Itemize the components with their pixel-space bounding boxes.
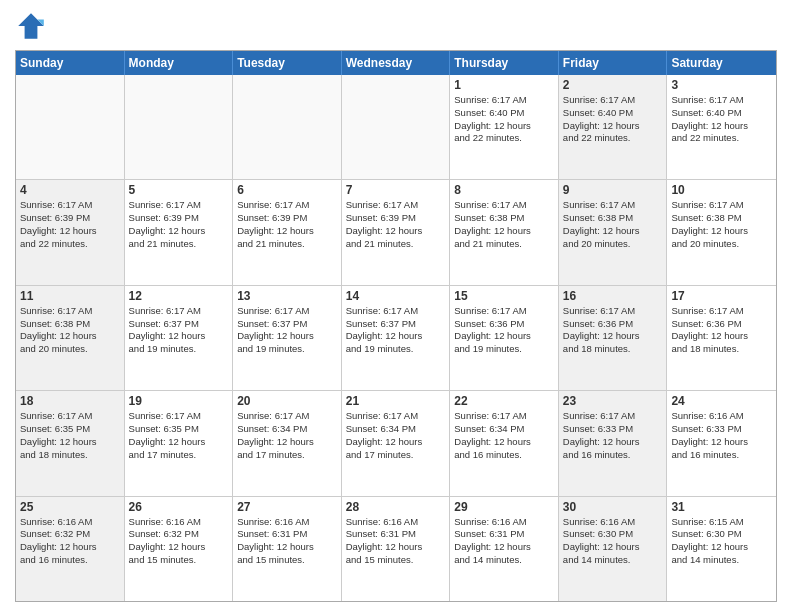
day-info: Sunrise: 6:17 AM Sunset: 6:39 PM Dayligh… [129,199,229,250]
header-cell-monday: Monday [125,51,234,75]
cal-cell: 3Sunrise: 6:17 AM Sunset: 6:40 PM Daylig… [667,75,776,179]
calendar-body: 1Sunrise: 6:17 AM Sunset: 6:40 PM Daylig… [16,75,776,601]
cal-cell: 8Sunrise: 6:17 AM Sunset: 6:38 PM Daylig… [450,180,559,284]
day-info: Sunrise: 6:16 AM Sunset: 6:31 PM Dayligh… [237,516,337,567]
day-info: Sunrise: 6:17 AM Sunset: 6:38 PM Dayligh… [20,305,120,356]
day-info: Sunrise: 6:17 AM Sunset: 6:40 PM Dayligh… [454,94,554,145]
cal-cell: 5Sunrise: 6:17 AM Sunset: 6:39 PM Daylig… [125,180,234,284]
week-row-4: 18Sunrise: 6:17 AM Sunset: 6:35 PM Dayli… [16,391,776,496]
cal-cell: 23Sunrise: 6:17 AM Sunset: 6:33 PM Dayli… [559,391,668,495]
day-info: Sunrise: 6:17 AM Sunset: 6:34 PM Dayligh… [346,410,446,461]
cal-cell [342,75,451,179]
page: SundayMondayTuesdayWednesdayThursdayFrid… [0,0,792,612]
day-info: Sunrise: 6:16 AM Sunset: 6:32 PM Dayligh… [129,516,229,567]
header [15,10,777,42]
week-row-5: 25Sunrise: 6:16 AM Sunset: 6:32 PM Dayli… [16,497,776,601]
cal-cell: 22Sunrise: 6:17 AM Sunset: 6:34 PM Dayli… [450,391,559,495]
day-info: Sunrise: 6:17 AM Sunset: 6:40 PM Dayligh… [563,94,663,145]
day-number: 31 [671,500,772,514]
header-cell-tuesday: Tuesday [233,51,342,75]
day-number: 12 [129,289,229,303]
cal-cell: 24Sunrise: 6:16 AM Sunset: 6:33 PM Dayli… [667,391,776,495]
week-row-1: 1Sunrise: 6:17 AM Sunset: 6:40 PM Daylig… [16,75,776,180]
cal-cell: 26Sunrise: 6:16 AM Sunset: 6:32 PM Dayli… [125,497,234,601]
cal-cell: 21Sunrise: 6:17 AM Sunset: 6:34 PM Dayli… [342,391,451,495]
cal-cell: 11Sunrise: 6:17 AM Sunset: 6:38 PM Dayli… [16,286,125,390]
cal-cell: 1Sunrise: 6:17 AM Sunset: 6:40 PM Daylig… [450,75,559,179]
day-number: 23 [563,394,663,408]
day-number: 13 [237,289,337,303]
day-info: Sunrise: 6:17 AM Sunset: 6:38 PM Dayligh… [454,199,554,250]
week-row-2: 4Sunrise: 6:17 AM Sunset: 6:39 PM Daylig… [16,180,776,285]
cal-cell: 7Sunrise: 6:17 AM Sunset: 6:39 PM Daylig… [342,180,451,284]
day-number: 7 [346,183,446,197]
day-info: Sunrise: 6:16 AM Sunset: 6:31 PM Dayligh… [346,516,446,567]
cal-cell: 4Sunrise: 6:17 AM Sunset: 6:39 PM Daylig… [16,180,125,284]
cal-cell: 27Sunrise: 6:16 AM Sunset: 6:31 PM Dayli… [233,497,342,601]
day-number: 17 [671,289,772,303]
day-info: Sunrise: 6:16 AM Sunset: 6:33 PM Dayligh… [671,410,772,461]
day-number: 9 [563,183,663,197]
header-cell-wednesday: Wednesday [342,51,451,75]
day-number: 19 [129,394,229,408]
day-number: 30 [563,500,663,514]
day-info: Sunrise: 6:17 AM Sunset: 6:39 PM Dayligh… [346,199,446,250]
day-info: Sunrise: 6:17 AM Sunset: 6:34 PM Dayligh… [454,410,554,461]
cal-cell: 30Sunrise: 6:16 AM Sunset: 6:30 PM Dayli… [559,497,668,601]
day-number: 2 [563,78,663,92]
day-number: 11 [20,289,120,303]
cal-cell: 15Sunrise: 6:17 AM Sunset: 6:36 PM Dayli… [450,286,559,390]
day-info: Sunrise: 6:17 AM Sunset: 6:35 PM Dayligh… [20,410,120,461]
cal-cell: 9Sunrise: 6:17 AM Sunset: 6:38 PM Daylig… [559,180,668,284]
day-number: 1 [454,78,554,92]
cal-cell [16,75,125,179]
day-info: Sunrise: 6:17 AM Sunset: 6:36 PM Dayligh… [563,305,663,356]
header-cell-friday: Friday [559,51,668,75]
day-number: 29 [454,500,554,514]
cal-cell: 25Sunrise: 6:16 AM Sunset: 6:32 PM Dayli… [16,497,125,601]
day-number: 10 [671,183,772,197]
day-info: Sunrise: 6:17 AM Sunset: 6:34 PM Dayligh… [237,410,337,461]
cal-cell: 2Sunrise: 6:17 AM Sunset: 6:40 PM Daylig… [559,75,668,179]
header-cell-thursday: Thursday [450,51,559,75]
day-info: Sunrise: 6:17 AM Sunset: 6:37 PM Dayligh… [237,305,337,356]
day-number: 24 [671,394,772,408]
cal-cell: 17Sunrise: 6:17 AM Sunset: 6:36 PM Dayli… [667,286,776,390]
cal-cell: 10Sunrise: 6:17 AM Sunset: 6:38 PM Dayli… [667,180,776,284]
day-info: Sunrise: 6:17 AM Sunset: 6:36 PM Dayligh… [454,305,554,356]
day-info: Sunrise: 6:16 AM Sunset: 6:32 PM Dayligh… [20,516,120,567]
day-number: 25 [20,500,120,514]
day-info: Sunrise: 6:17 AM Sunset: 6:38 PM Dayligh… [671,199,772,250]
cal-cell: 6Sunrise: 6:17 AM Sunset: 6:39 PM Daylig… [233,180,342,284]
week-row-3: 11Sunrise: 6:17 AM Sunset: 6:38 PM Dayli… [16,286,776,391]
day-number: 20 [237,394,337,408]
day-info: Sunrise: 6:17 AM Sunset: 6:38 PM Dayligh… [563,199,663,250]
day-info: Sunrise: 6:16 AM Sunset: 6:30 PM Dayligh… [563,516,663,567]
day-number: 22 [454,394,554,408]
cal-cell: 14Sunrise: 6:17 AM Sunset: 6:37 PM Dayli… [342,286,451,390]
calendar: SundayMondayTuesdayWednesdayThursdayFrid… [15,50,777,602]
day-info: Sunrise: 6:16 AM Sunset: 6:31 PM Dayligh… [454,516,554,567]
day-info: Sunrise: 6:17 AM Sunset: 6:37 PM Dayligh… [129,305,229,356]
cal-cell: 20Sunrise: 6:17 AM Sunset: 6:34 PM Dayli… [233,391,342,495]
day-number: 14 [346,289,446,303]
day-number: 21 [346,394,446,408]
day-number: 8 [454,183,554,197]
cal-cell: 19Sunrise: 6:17 AM Sunset: 6:35 PM Dayli… [125,391,234,495]
header-cell-saturday: Saturday [667,51,776,75]
day-info: Sunrise: 6:15 AM Sunset: 6:30 PM Dayligh… [671,516,772,567]
day-number: 15 [454,289,554,303]
day-number: 18 [20,394,120,408]
day-info: Sunrise: 6:17 AM Sunset: 6:37 PM Dayligh… [346,305,446,356]
cal-cell: 16Sunrise: 6:17 AM Sunset: 6:36 PM Dayli… [559,286,668,390]
day-info: Sunrise: 6:17 AM Sunset: 6:39 PM Dayligh… [20,199,120,250]
cal-cell: 29Sunrise: 6:16 AM Sunset: 6:31 PM Dayli… [450,497,559,601]
cal-cell [233,75,342,179]
svg-marker-0 [18,13,44,39]
cal-cell: 13Sunrise: 6:17 AM Sunset: 6:37 PM Dayli… [233,286,342,390]
logo [15,10,51,42]
day-number: 28 [346,500,446,514]
day-info: Sunrise: 6:17 AM Sunset: 6:35 PM Dayligh… [129,410,229,461]
calendar-header: SundayMondayTuesdayWednesdayThursdayFrid… [16,51,776,75]
cal-cell [125,75,234,179]
